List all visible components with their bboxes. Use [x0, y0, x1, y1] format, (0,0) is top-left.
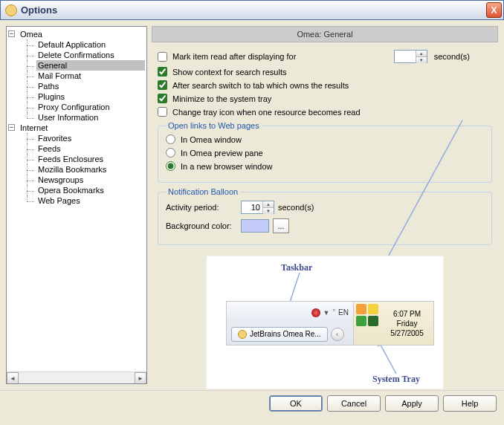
tree-node-general[interactable]: General: [36, 60, 145, 71]
scroll-right-icon[interactable]: ►: [135, 372, 146, 384]
open-links-legend: Open links to Web pages: [166, 121, 262, 130]
activity-period-input[interactable]: [242, 201, 262, 213]
open-omea-window-radio[interactable]: [166, 134, 175, 144]
tree-node[interactable]: Newsgroups: [36, 175, 145, 185]
tree-node[interactable]: Delete Confirmations: [36, 50, 145, 60]
bgcolor-label: Background color:: [166, 221, 237, 230]
systray-callout-label: System Tray: [372, 374, 420, 385]
horizontal-scrollbar[interactable]: ◄ ►: [7, 372, 146, 383]
show-context-label[interactable]: Show context for search results: [172, 68, 286, 77]
tray-illustration: Taskbar ▼ ": [206, 256, 444, 389]
show-context-checkbox[interactable]: [158, 67, 167, 77]
change-tray-icon-label[interactable]: Change tray icon when one resource becom…: [172, 108, 361, 117]
tree-node-omea[interactable]: Omea: [19, 29, 145, 39]
tree-node[interactable]: User Information: [36, 112, 145, 123]
open-omea-window-label[interactable]: In Omea window: [181, 135, 242, 144]
taskbar-app-button: JetBrains Omea Re...: [231, 327, 328, 342]
change-tray-icon-checkbox[interactable]: [158, 107, 167, 117]
seconds-unit-label: second(s): [434, 52, 470, 61]
mark-read-seconds-input[interactable]: [395, 51, 416, 62]
options-tree[interactable]: − Omea Default Application Delete Confir…: [8, 29, 145, 206]
panel-body: Mark item read after displaying for ▲▼ s…: [152, 42, 498, 397]
lang-indicator: EN: [338, 308, 349, 317]
tray-time: 6:07 PM: [393, 309, 421, 319]
spinner-up-icon[interactable]: ▲: [416, 51, 427, 57]
tree-node[interactable]: Proxy Configuration: [36, 102, 145, 112]
cancel-button[interactable]: Cancel: [327, 395, 381, 412]
minimize-tray-checkbox[interactable]: [158, 94, 167, 103]
spinner-down-icon[interactable]: ▼: [416, 57, 427, 63]
options-tree-panel: − Omea Default Application Delete Confir…: [6, 26, 147, 384]
tree-node[interactable]: Paths: [36, 81, 145, 91]
open-preview-pane-radio[interactable]: [166, 148, 175, 158]
tree-node[interactable]: Feeds Enclosures: [36, 154, 145, 164]
tree-node[interactable]: Default Application: [36, 39, 145, 50]
taskbar-mock: ▼ " EN JetBrains Omea Re... ‹: [226, 301, 434, 345]
activity-period-label: Activity period:: [166, 203, 237, 212]
tree-node[interactable]: Mail Format: [36, 71, 145, 81]
spinner-down-icon[interactable]: ▼: [262, 208, 274, 214]
switch-tab-checkbox[interactable]: [158, 80, 167, 90]
scroll-left-icon[interactable]: ◄: [7, 372, 19, 384]
tree-node[interactable]: Web Pages: [36, 195, 145, 206]
mark-read-label[interactable]: Mark item read after displaying for: [172, 52, 296, 61]
tray-icon: [356, 316, 366, 326]
help-button[interactable]: Help: [443, 395, 497, 412]
minimize-tray-label[interactable]: Minimize to the system tray: [172, 94, 271, 103]
tree-node-internet[interactable]: Internet: [19, 123, 145, 133]
notification-balloon-legend: Notification Balloon: [166, 187, 240, 196]
tree-collapse-icon[interactable]: −: [8, 124, 15, 131]
tree-node[interactable]: Mozilla Bookmarks: [36, 164, 145, 175]
titlebar: Options X: [0, 0, 504, 20]
ok-button[interactable]: OK: [269, 395, 323, 412]
tray-day: Friday: [397, 319, 418, 328]
taskbar-callout-label: Taskbar: [281, 262, 312, 273]
taskbar-app-label: JetBrains Omea Re...: [250, 330, 321, 338]
mark-read-checkbox[interactable]: [158, 52, 167, 62]
bgcolor-swatch[interactable]: [241, 219, 269, 233]
window-title: Options: [21, 4, 57, 16]
tray-date: 5/27/2005: [390, 328, 424, 338]
tray-icon: [368, 316, 378, 326]
system-tray-mock: 6:07 PM Friday 5/27/2005: [353, 302, 433, 345]
notification-balloon-group: Notification Balloon Activity period: ▲▼…: [158, 187, 492, 245]
taskbar-chevron-icon: ‹: [331, 328, 344, 341]
bgcolor-pick-button[interactable]: ...: [273, 218, 289, 233]
tree-node[interactable]: Plugins: [36, 91, 145, 102]
activity-unit-label: second(s): [278, 203, 314, 212]
open-browser-label[interactable]: In a new browser window: [181, 162, 273, 171]
tree-node[interactable]: Favorites: [36, 133, 145, 143]
app-icon: [5, 4, 17, 16]
close-button[interactable]: X: [486, 2, 502, 18]
open-preview-pane-label[interactable]: In Omea preview pane: [181, 149, 263, 158]
tree-node[interactable]: Feeds: [36, 143, 145, 154]
tree-node[interactable]: Opera Bookmarks: [36, 185, 145, 195]
switch-tab-label[interactable]: After search switch to tab which owns th…: [172, 81, 349, 90]
tray-mini-icon: [311, 308, 320, 317]
omea-icon: [238, 330, 247, 339]
tray-icon: [356, 304, 366, 314]
tray-icon: [368, 304, 378, 314]
open-browser-radio[interactable]: [166, 161, 175, 171]
spinner-up-icon[interactable]: ▲: [262, 201, 274, 208]
activity-period-spinner[interactable]: ▲▼: [241, 201, 274, 214]
tree-collapse-icon[interactable]: −: [8, 30, 15, 37]
panel-header: Omea: General: [152, 26, 498, 42]
apply-button[interactable]: Apply: [385, 395, 439, 412]
open-links-group: Open links to Web pages In Omea window I…: [158, 121, 492, 183]
mark-read-seconds-spinner[interactable]: ▲▼: [394, 50, 427, 63]
